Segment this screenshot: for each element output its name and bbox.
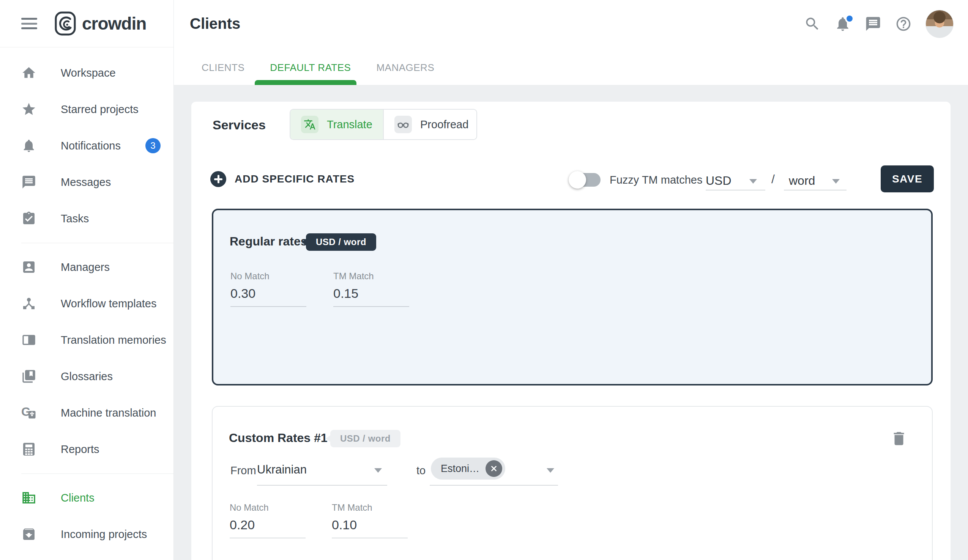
messages-chat-icon[interactable] <box>865 16 882 32</box>
chevron-down-icon <box>749 179 757 183</box>
star-icon <box>21 102 36 117</box>
notifications-bell-icon[interactable] <box>834 16 851 32</box>
crowdin-logo-icon <box>55 12 76 36</box>
tab-bar: CLIENTS DEFAULT RATES MANAGERS <box>202 62 434 74</box>
translation-memory-card-icon <box>21 332 36 347</box>
fuzzy-tm-label: Fuzzy TM matches <box>610 174 702 186</box>
target-language-chip: Estoni… <box>431 458 505 479</box>
menu-hamburger-icon[interactable] <box>21 18 37 29</box>
target-language-select[interactable]: Estoni… <box>430 457 558 486</box>
toggle-knob <box>569 171 586 188</box>
bell-icon <box>21 138 36 153</box>
chevron-down-icon <box>832 179 840 183</box>
no-match-rate-input[interactable]: 0.30 <box>230 286 307 307</box>
no-match-rate-input[interactable]: 0.20 <box>230 517 306 539</box>
crowdin-clients-default-rates-page: { "brand": { "name": "crowdin" }, "heade… <box>0 0 968 560</box>
sidebar-item-workspace[interactable]: Workspace <box>0 55 174 91</box>
tm-match-field: TM Match 0.15 <box>333 271 409 307</box>
close-icon <box>490 464 498 473</box>
active-tab-underline <box>255 80 356 85</box>
sidebar-item-workflow-templates[interactable]: Workflow templates <box>0 285 174 322</box>
chevron-down-icon <box>547 468 554 473</box>
person-box-icon <box>21 259 36 275</box>
tm-match-rate-input[interactable]: 0.10 <box>332 517 408 539</box>
currency-unit-separator: / <box>771 172 775 186</box>
sidebar-divider <box>21 243 174 243</box>
machine-translation-icon: G <box>21 405 36 420</box>
workflow-hub-icon <box>21 296 36 311</box>
delete-custom-rates-button[interactable] <box>890 429 908 448</box>
service-option-proofread[interactable]: Proofread <box>383 110 476 139</box>
sidebar-item-managers[interactable]: Managers <box>0 249 174 285</box>
tab-managers[interactable]: MANAGERS <box>376 62 434 74</box>
sidebar-item-notifications[interactable]: Notifications 3 <box>0 127 174 164</box>
from-label: From <box>230 464 256 477</box>
tab-clients[interactable]: CLIENTS <box>202 62 244 74</box>
custom-rates-card: Custom Rates #1 USD / word From Ukrainia… <box>212 406 933 560</box>
sidebar-item-incoming-projects[interactable]: Incoming projects <box>0 516 174 552</box>
sidebar: crowdin Workspace Starred projects Notif… <box>0 0 174 560</box>
no-match-field: No Match 0.30 <box>230 271 307 307</box>
sidebar-item-tasks[interactable]: Tasks <box>0 200 174 237</box>
translate-icon <box>301 116 318 133</box>
crowdin-wordmark: crowdin <box>82 13 146 34</box>
page-title: Clients <box>190 15 240 32</box>
building-icon <box>21 490 36 505</box>
unread-notifications-dot <box>845 14 854 23</box>
save-button[interactable]: SAVE <box>881 165 934 192</box>
sidebar-item-glossaries[interactable]: Glossaries <box>0 358 174 395</box>
custom-rates-units-badge: USD / word <box>330 430 401 447</box>
remove-language-button[interactable] <box>486 460 502 477</box>
service-type-switcher: Translate Proofread <box>290 109 477 140</box>
sidebar-item-clients[interactable]: Clients <box>0 479 174 516</box>
add-specific-rates-button[interactable]: ADD SPECIFIC RATES <box>210 171 355 187</box>
regular-rates-title: Regular rates <box>230 235 307 248</box>
header-icon-group <box>804 0 953 48</box>
clipboard-check-icon <box>21 211 36 226</box>
fuzzy-tm-toggle[interactable] <box>571 173 600 187</box>
tm-match-rate-input[interactable]: 0.15 <box>333 286 409 307</box>
sidebar-item-translation-memories[interactable]: Translation memories <box>0 322 174 358</box>
glasses-icon <box>394 116 412 133</box>
top-header: Clients CLIENTS DEFAULT RATES MANAGERS <box>174 0 968 85</box>
source-language-select[interactable]: Ukrainian <box>257 457 387 486</box>
trash-icon <box>890 430 908 447</box>
regular-rates-units-badge: USD / word <box>306 233 376 251</box>
no-match-field: No Match 0.20 <box>230 502 306 539</box>
sidebar-logo-row: crowdin <box>0 0 174 48</box>
sidebar-item-messages[interactable]: Messages <box>0 164 174 200</box>
sidebar-item-machine-translation[interactable]: G Machine translation <box>0 395 174 431</box>
regular-rates-card: Regular rates USD / word No Match 0.30 T… <box>212 209 933 385</box>
user-avatar[interactable] <box>925 10 953 38</box>
custom-rates-title: Custom Rates #1 <box>229 431 328 445</box>
sidebar-item-starred-projects[interactable]: Starred projects <box>0 91 174 127</box>
currency-select[interactable]: USD <box>706 173 765 190</box>
sidebar-nav: Workspace Starred projects Notifications… <box>0 48 174 552</box>
tm-match-field: TM Match 0.10 <box>332 502 408 539</box>
content-panel: Services Translate Proofread ADD SPECIFI… <box>191 102 951 560</box>
unit-select[interactable]: word <box>784 173 847 190</box>
sidebar-divider <box>21 474 174 474</box>
plus-icon <box>210 171 226 187</box>
inbox-archive-icon <box>21 527 36 542</box>
sidebar-item-reports[interactable]: Reports <box>0 431 174 467</box>
book-bookmark-icon <box>21 369 36 384</box>
help-icon[interactable] <box>895 16 912 32</box>
search-icon[interactable] <box>804 16 821 32</box>
services-title: Services <box>212 117 266 132</box>
calculator-icon <box>21 442 36 457</box>
notifications-count-badge: 3 <box>145 138 161 153</box>
crowdin-logo[interactable]: crowdin <box>55 12 146 36</box>
tab-default-rates[interactable]: DEFAULT RATES <box>270 62 351 74</box>
to-label: to <box>416 464 426 477</box>
message-icon <box>21 175 36 190</box>
chevron-down-icon <box>374 468 382 473</box>
home-icon <box>21 65 36 81</box>
service-option-translate[interactable]: Translate <box>290 110 383 139</box>
